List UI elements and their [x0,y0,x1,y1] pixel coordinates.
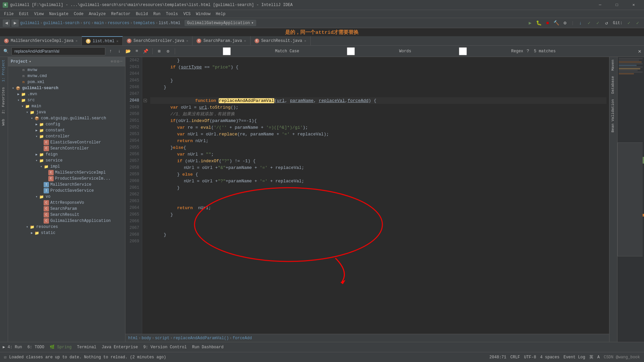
menu-tools[interactable]: Tools [163,11,181,17]
settings-button[interactable]: ⚙ [561,19,569,27]
run-button[interactable]: ▶ [526,19,534,27]
bottom-breadcrumb-html[interactable]: html [128,336,138,341]
regex-checkbox[interactable] [416,47,510,55]
fold-marker-2048[interactable]: ▾ [144,99,147,102]
version-control-tab[interactable]: 9: Version Control [143,345,187,350]
tree-node-mvnw[interactable]: m mvnw [8,67,125,73]
close-button[interactable]: ✕ [626,0,641,10]
event-log[interactable]: Event Log [564,355,585,360]
tree-node-impl[interactable]: ▾ 📁 impl [8,164,125,170]
run-tab[interactable]: ▶ 4: Run [3,345,22,350]
maximize-button[interactable]: □ [609,0,625,10]
tab-close-button[interactable]: ✕ [116,39,118,43]
tree-node-config[interactable]: ▶ 📁 config [8,121,125,127]
match-case-checkbox[interactable] [180,47,274,55]
prev-match-button[interactable]: ↑ [107,49,114,54]
sidebar-tab-maven[interactable]: Maven [609,57,617,73]
menu-analyze[interactable]: Analyze [86,11,108,17]
close-search-button[interactable]: ✕ [638,48,641,55]
tree-node-resources[interactable]: ▾ 📁 resources [8,224,125,230]
run-dashboard-tab[interactable]: Run Dashboard [192,345,224,350]
charset-indicator[interactable]: UTF-8 [524,355,536,360]
breadcrumb-src[interactable]: src [83,21,91,25]
menu-navigate[interactable]: Navigate [46,11,71,17]
git-commit-button[interactable]: ✓ [585,19,593,27]
git-update-button[interactable]: ↓ [577,19,584,27]
tab-close-button[interactable]: ✕ [244,39,246,43]
tree-node-service[interactable]: ▾ 📁 service [8,158,125,164]
tree-node-attrresponsevo[interactable]: C AttrResponseVo [8,200,125,206]
java-enterprise-tab[interactable]: Java Enterprise [102,345,138,350]
menu-edit[interactable]: Edit [16,11,32,17]
tree-node-java[interactable]: ▾ 📁 java [8,109,125,115]
tree-node-vo[interactable]: ▾ 📁 vo [8,194,125,200]
tree-node-productsaveservice[interactable]: I ProductSaveService [8,188,125,194]
pin-button[interactable]: 📌 [142,49,149,54]
tree-node-mallsearchserviceimpl[interactable]: C MallSearchServiceImpl [8,170,125,176]
git-check2[interactable]: ✓ [634,19,641,27]
menu-view[interactable]: View [32,11,47,17]
tree-node-package[interactable]: ▾ 📦 com.atguigu.gulimall.search [8,115,125,121]
tree-collapse-button[interactable]: ⊟ [114,59,116,64]
match-case-option[interactable]: Match Case [178,47,301,56]
forward-button[interactable]: ▶ [11,19,19,27]
breadcrumb-gulimall[interactable]: gulimall [20,21,40,25]
tab-searchcontroller[interactable]: C SearchController.java ✕ [123,36,193,45]
tab-mallsearchserviceimpl[interactable]: C MallSearchServiceImpl.java ✕ [0,36,82,45]
debug-button[interactable]: 🐛 [535,19,542,27]
menu-file[interactable]: File [1,11,16,17]
git-revert-button[interactable]: ↺ [603,19,610,27]
sidebar-tab-project[interactable]: 1: Project [0,57,8,84]
tree-node-searchparam[interactable]: C SearchParam [8,206,125,212]
words-option[interactable]: Words [303,47,413,56]
indent-indicator[interactable]: 4 spaces [540,355,559,360]
breadcrumb-resources[interactable]: resources [108,21,129,25]
git-check1[interactable]: ✓ [625,19,633,27]
filter-button[interactable]: ≡ [133,49,140,54]
terminal-tab[interactable]: Terminal [77,345,97,350]
tree-node-static[interactable]: ▶ 📁 static [8,230,125,236]
tree-node-productsaveserviceimpl[interactable]: C ProductSaveServiceIm... [8,176,125,182]
bottom-breadcrumb-script[interactable]: script [155,336,169,341]
menu-window[interactable]: Window [193,11,213,17]
tab-close-button[interactable]: ✕ [75,39,77,43]
menu-build[interactable]: Build [133,11,151,17]
breadcrumb-main[interactable]: main [94,21,104,25]
menu-refactor[interactable]: Refactor [108,11,133,17]
tree-node-gulimallsearchapp[interactable]: C GulimallSearchApplication [8,218,125,224]
filter2-button[interactable]: ⚙ [165,49,171,54]
run-config-selector[interactable]: GulimallGatewayApplication ▾ [184,20,256,26]
back-button[interactable]: ◀ [3,19,10,27]
tree-node-searchresult[interactable]: C SearchResult [8,212,125,218]
sidebar-tab-favorites[interactable]: 2: Favorites [0,84,8,116]
breadcrumb-gulimall-search[interactable]: gulimall-search [43,21,79,25]
tree-node-controller[interactable]: ▾ 📁 controller [8,133,125,139]
open-in-find-tool[interactable]: ⊞ [156,49,163,54]
encoding-indicator[interactable]: CRLF [511,355,520,360]
tree-node-main[interactable]: ▾ 📁 main [8,103,125,109]
tree-node-elasticsavecontroller[interactable]: C ElasticSaveController [8,139,125,145]
tree-node-mvn[interactable]: ▶ 📁 .mvn [8,91,125,97]
menu-help[interactable]: Help [213,11,228,17]
bottom-breadcrumb-body[interactable]: body [142,336,151,341]
tree-dropdown[interactable]: ▾ [29,59,31,64]
minimize-button[interactable]: — [592,0,608,10]
bottom-breadcrumb-function[interactable]: replaceAndAddParamVal() [173,336,229,341]
tab-searchparam[interactable]: C SearchParam.java ✕ [193,36,250,45]
tree-node-mvnwcmd[interactable]: m mvnw.cmd [8,73,125,79]
search-input[interactable] [11,47,105,55]
tab-close-button[interactable]: ✕ [186,39,188,43]
line-col-indicator[interactable]: 2048:71 [489,355,506,360]
tree-node-feign[interactable]: ▶ 📁 feign [8,152,125,158]
tree-node-pom[interactable]: m pom.xml [8,79,125,85]
tree-settings-button[interactable]: ⚙ [117,59,119,64]
next-match-button[interactable]: ↓ [116,49,123,54]
sidebar-tab-database[interactable]: Database [609,73,617,97]
bottom-breadcrumb-forceadd[interactable]: forceAdd [232,336,252,341]
tree-hide-button[interactable]: — [120,59,122,64]
git-push-button[interactable]: ✓ [594,19,601,27]
menu-vcs[interactable]: VCS [181,11,194,17]
help-icon[interactable]: ? [527,49,529,54]
tab-listhtml[interactable]: H list.html ✕ [82,36,123,45]
stop-button[interactable]: ■ [544,19,551,27]
